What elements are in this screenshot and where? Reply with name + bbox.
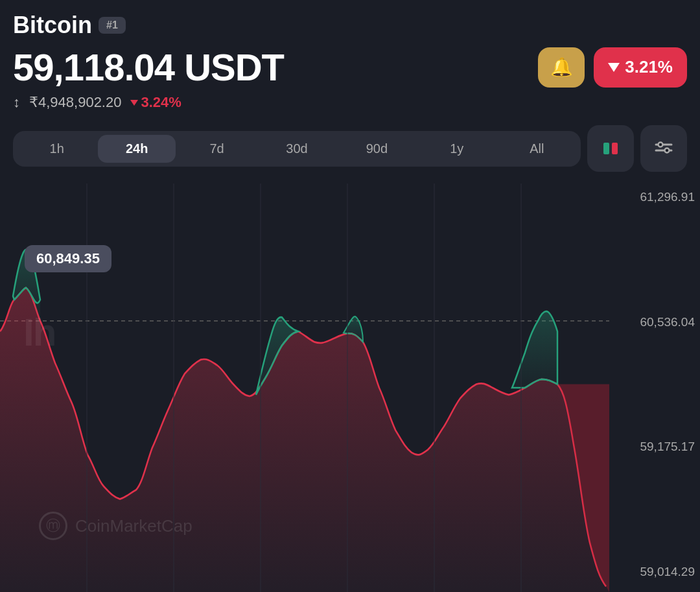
candlestick-icon (603, 143, 618, 154)
coin-name: Bitcoin (13, 12, 92, 39)
change-badge: 3.21% (594, 47, 687, 88)
timeframe-24h[interactable]: 24h (98, 135, 175, 163)
timeframe-1h[interactable]: 1h (18, 135, 95, 163)
inr-change-percent: 3.24% (130, 94, 181, 111)
bell-icon: 🔔 (550, 56, 573, 78)
cmc-logo-icon: ⓜ (39, 512, 67, 540)
timeframe-90d[interactable]: 90d (338, 135, 415, 163)
timeframe-1y[interactable]: 1y (418, 135, 495, 163)
inr-price: ₹4,948,902.20 (29, 94, 121, 111)
filter-icon (653, 138, 674, 159)
rank-badge: #1 (99, 17, 126, 34)
svg-point-3 (665, 148, 670, 153)
small-down-arrow-icon (130, 100, 138, 106)
candlestick-chart-button[interactable] (587, 125, 634, 172)
svg-point-2 (659, 143, 663, 147)
current-price: 59,118.04 USDT (13, 45, 284, 89)
timeframe-all[interactable]: All (498, 135, 576, 163)
change-percent: 3.21% (625, 57, 673, 77)
watermark: ⓜ CoinMarketCap (39, 512, 192, 540)
chart-area: 60,849.35 61,296.91 60,536.04 59,175.17 … (0, 184, 700, 592)
timeframe-bar: 1h 24h 7d 30d 90d 1y All (13, 131, 581, 167)
down-arrow-icon (608, 63, 620, 72)
filter-button[interactable] (640, 125, 687, 172)
timeframe-30d[interactable]: 30d (258, 135, 335, 163)
watermark-text: CoinMarketCap (75, 516, 192, 536)
updown-arrows-icon: ↕ (13, 94, 20, 111)
timeframe-7d[interactable]: 7d (178, 135, 255, 163)
alert-button[interactable]: 🔔 (538, 47, 585, 88)
